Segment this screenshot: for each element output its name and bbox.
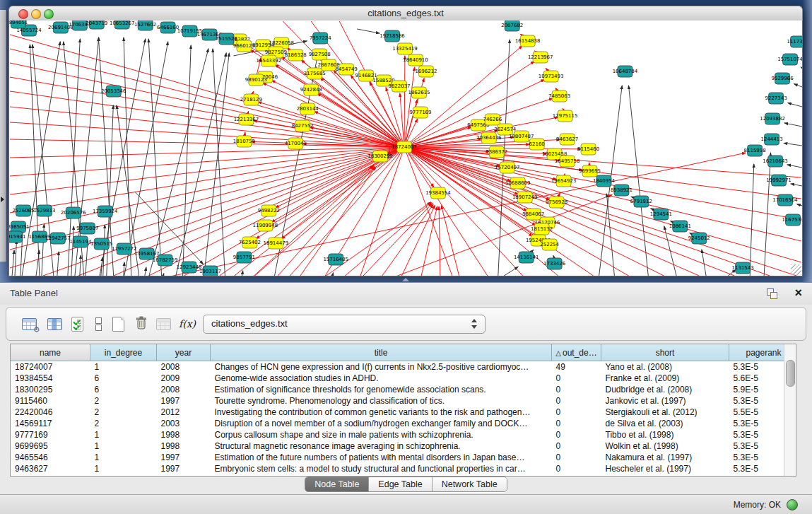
citation-edge-black[interactable] bbox=[784, 123, 802, 127]
graph-node[interactable]: 1294541 bbox=[650, 209, 672, 220]
cell-out_degree[interactable]: 0 bbox=[552, 463, 601, 474]
citation-edge-red[interactable] bbox=[404, 56, 405, 147]
close-panel-icon[interactable]: × bbox=[794, 286, 802, 300]
cell-title[interactable]: Genome-wide association studies in ADHD. bbox=[211, 373, 552, 384]
citation-edge-black[interactable] bbox=[163, 274, 164, 276]
graph-node[interactable]: 1696212 bbox=[415, 66, 437, 77]
graph-node[interactable]: 8186328 bbox=[285, 49, 307, 61]
citation-edge-black[interactable] bbox=[204, 53, 230, 276]
citation-edge-black[interactable] bbox=[148, 39, 161, 276]
cell-short[interactable]: Jankovic et al. (1997) bbox=[601, 395, 729, 407]
graph-node[interactable]: 1167533 bbox=[782, 214, 802, 226]
cell-in_degree[interactable]: 2 bbox=[90, 395, 157, 407]
table-row[interactable]: 969969511998Structural magnetic resonanc… bbox=[11, 440, 796, 452]
cell-year[interactable]: 1997 bbox=[157, 463, 211, 474]
graph-node[interactable]: 1244413 bbox=[761, 134, 783, 145]
cell-year[interactable]: 2003 bbox=[157, 418, 211, 429]
scrollbar-thumb[interactable] bbox=[786, 360, 795, 387]
cell-out_degree[interactable]: 0 bbox=[552, 418, 601, 429]
cell-short[interactable]: Tibbo et al. (1998) bbox=[601, 429, 729, 440]
network-canvas[interactable]: 7463822966012389129541822605898275098186… bbox=[8, 21, 803, 276]
tab-node-table[interactable]: Node Table bbox=[305, 477, 369, 491]
cell-out_degree[interactable]: 0 bbox=[552, 373, 601, 384]
citation-edge-black[interactable] bbox=[357, 29, 379, 33]
graph-node[interactable]: 12975115 bbox=[553, 110, 578, 122]
citation-edge-black[interactable] bbox=[80, 255, 81, 276]
citation-edge-red[interactable] bbox=[10, 147, 404, 176]
cell-name[interactable]: 9115460 bbox=[11, 395, 90, 407]
cell-in_degree[interactable]: 1 bbox=[90, 361, 157, 373]
citation-network-graph[interactable]: 7463822966012389129541822605898275098186… bbox=[9, 21, 802, 276]
graph-node[interactable]: 16210643 bbox=[763, 156, 788, 167]
cell-year[interactable]: 2012 bbox=[157, 407, 211, 418]
network-window[interactable]: citations_edges.txt 74638229660123891295… bbox=[8, 6, 803, 276]
cell-year[interactable]: 1997 bbox=[157, 452, 211, 463]
cell-short[interactable]: Dudbridge et al. (2008) bbox=[601, 384, 729, 395]
graph-node[interactable]: 1733426 bbox=[543, 258, 565, 269]
import-table-button[interactable] bbox=[153, 314, 173, 334]
select-all-columns-button[interactable] bbox=[67, 314, 87, 334]
graph-node[interactable]: 7625402 bbox=[239, 237, 261, 248]
cell-year[interactable]: 2008 bbox=[157, 384, 211, 395]
delete-table-button[interactable] bbox=[131, 314, 151, 334]
function-builder-button[interactable]: f(x) bbox=[177, 314, 197, 334]
cell-name[interactable]: 9463627 bbox=[11, 463, 90, 474]
graph-node[interactable]: 18914479 bbox=[264, 238, 289, 249]
citation-edge-black[interactable] bbox=[797, 204, 802, 206]
control-panel-collapsed-strip[interactable] bbox=[0, 10, 6, 262]
graph-node[interactable]: 8427552 bbox=[292, 120, 314, 132]
split-pane-handle-icon[interactable] bbox=[402, 278, 409, 281]
graph-node[interactable]: 6466160 bbox=[157, 22, 179, 33]
graph-node[interactable]: 894051 bbox=[9, 21, 28, 28]
column-header-title[interactable]: title bbox=[211, 344, 552, 361]
graph-node[interactable]: 2526065 bbox=[12, 205, 34, 216]
citation-edge-red[interactable] bbox=[262, 83, 404, 147]
graph-node[interactable]: 2718129 bbox=[240, 94, 262, 105]
graph-node[interactable]: 19654923 bbox=[551, 175, 577, 187]
graph-node[interactable]: 13325419 bbox=[392, 43, 418, 54]
table-vertical-scrollbar[interactable] bbox=[784, 344, 796, 476]
cell-name[interactable]: 22420046 bbox=[11, 407, 90, 418]
cell-year[interactable]: 1998 bbox=[157, 440, 211, 452]
cell-in_degree[interactable]: 1 bbox=[90, 463, 157, 474]
graph-node[interactable]: 14136141 bbox=[514, 252, 539, 263]
graph-node[interactable]: 7957224 bbox=[310, 33, 332, 44]
cell-year[interactable]: 1997 bbox=[157, 395, 211, 407]
citation-edge-black[interactable] bbox=[628, 86, 648, 276]
graph-node[interactable]: 12093882 bbox=[760, 113, 785, 124]
table-row[interactable]: 2242004622012Investigating the contribut… bbox=[11, 407, 796, 418]
cell-title[interactable]: Estimation of the future numbers of pati… bbox=[211, 452, 552, 463]
citation-edge-red[interactable] bbox=[401, 205, 435, 276]
cell-out_degree[interactable]: 0 bbox=[552, 407, 601, 418]
cell-name[interactable]: 19384554 bbox=[11, 373, 90, 384]
citation-edge-red[interactable] bbox=[344, 202, 431, 276]
expand-panel-arrow-icon[interactable] bbox=[1, 197, 4, 202]
citation-edge-black[interactable] bbox=[794, 84, 802, 87]
graph-node[interactable]: 9242848 bbox=[300, 84, 322, 95]
cell-title[interactable]: Tourette syndrome. Phenomenology and cla… bbox=[211, 395, 552, 407]
cell-short[interactable]: Stergiakouli et al. (2012) bbox=[601, 407, 729, 418]
citation-edge-black[interactable] bbox=[606, 194, 614, 276]
graph-node[interactable]: 15751074 bbox=[777, 54, 802, 65]
citation-edge-red[interactable] bbox=[360, 147, 404, 276]
table-mode-button[interactable]: ⚙ bbox=[19, 314, 39, 334]
table-row[interactable]: 946362711997Embryonic stem cells: a mode… bbox=[11, 463, 796, 474]
citation-edge-black[interactable] bbox=[15, 240, 17, 276]
graph-node[interactable]: 9463627 bbox=[556, 134, 578, 145]
graph-node[interactable]: 1350515 bbox=[90, 238, 112, 250]
cell-in_degree[interactable]: 1 bbox=[90, 429, 157, 440]
graph-node[interactable]: 16648784 bbox=[613, 66, 638, 77]
cell-out_degree[interactable]: 0 bbox=[552, 395, 601, 407]
graph-node[interactable]: 8115958 bbox=[744, 145, 766, 156]
citation-edge-red[interactable] bbox=[404, 147, 801, 241]
graph-node[interactable]: 1086141 bbox=[669, 221, 691, 232]
citation-edge-black[interactable] bbox=[124, 37, 131, 276]
graph-node[interactable]: 2803144 bbox=[297, 103, 319, 115]
graph-node[interactable]: 1903117 bbox=[199, 266, 221, 276]
citation-edge-red[interactable] bbox=[404, 67, 415, 147]
cell-name[interactable]: 18300295 bbox=[11, 384, 90, 395]
citation-edge-black[interactable] bbox=[664, 226, 677, 276]
graph-node[interactable]: 7485063 bbox=[548, 90, 570, 102]
cell-in_degree[interactable]: 1 bbox=[90, 440, 157, 452]
citation-edge-black[interactable] bbox=[787, 165, 802, 168]
